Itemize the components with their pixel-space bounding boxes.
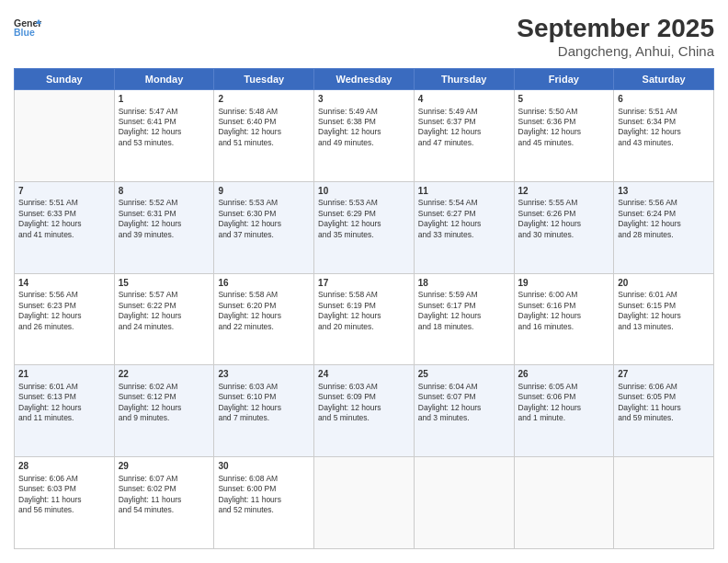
day-number: 11: [418, 185, 510, 198]
cell-content-line: Sunset: 6:05 PM: [618, 392, 710, 402]
calendar-cell: 30Sunrise: 6:08 AMSunset: 6:00 PMDayligh…: [214, 457, 314, 549]
day-number: 10: [318, 185, 410, 198]
cell-content-line: Sunset: 6:34 PM: [618, 117, 710, 127]
cell-content-line: Sunrise: 6:08 AM: [218, 474, 310, 484]
day-number: 4: [418, 93, 510, 106]
calendar-cell: 13Sunrise: 5:56 AMSunset: 6:24 PMDayligh…: [614, 181, 714, 273]
calendar-table: SundayMondayTuesdayWednesdayThursdayFrid…: [14, 68, 714, 549]
cell-content-line: Sunrise: 5:57 AM: [119, 290, 210, 300]
cell-content-line: and 11 minutes.: [18, 413, 110, 423]
weekday-header-tuesday: Tuesday: [214, 69, 314, 90]
calendar-cell: 18Sunrise: 5:59 AMSunset: 6:17 PMDayligh…: [414, 273, 514, 365]
calendar-cell: 14Sunrise: 5:56 AMSunset: 6:23 PMDayligh…: [15, 273, 115, 365]
day-number: 28: [18, 460, 110, 473]
day-number: 27: [618, 368, 710, 381]
day-number: 6: [618, 93, 710, 106]
cell-content-line: Sunset: 6:15 PM: [618, 301, 710, 311]
cell-content-line: and 47 minutes.: [418, 138, 510, 148]
cell-content-line: and 52 minutes.: [218, 505, 310, 515]
day-number: 30: [218, 460, 310, 473]
day-number: 13: [618, 185, 710, 198]
cell-content-line: and 13 minutes.: [618, 322, 710, 332]
day-number: 7: [18, 185, 110, 198]
title-block: September 2025 Dangcheng, Anhui, China: [517, 14, 714, 59]
cell-content-line: Sunrise: 5:53 AM: [218, 198, 310, 208]
cell-content-line: Sunset: 6:31 PM: [119, 209, 210, 219]
cell-content-line: Sunrise: 6:01 AM: [618, 290, 710, 300]
cell-content-line: Sunrise: 5:55 AM: [518, 198, 610, 208]
cell-content-line: Daylight: 12 hours: [318, 311, 410, 321]
cell-content-line: and 26 minutes.: [18, 322, 110, 332]
cell-content-line: Sunset: 6:06 PM: [518, 392, 610, 402]
cell-content-line: and 49 minutes.: [318, 138, 410, 148]
cell-content-line: Sunrise: 5:48 AM: [218, 107, 310, 117]
cell-content-line: Daylight: 12 hours: [18, 219, 110, 229]
cell-content-line: and 45 minutes.: [518, 138, 610, 148]
calendar-cell: 24Sunrise: 6:03 AMSunset: 6:09 PMDayligh…: [314, 365, 415, 457]
day-number: 15: [119, 277, 210, 290]
cell-content-line: Daylight: 12 hours: [119, 127, 210, 137]
day-number: 21: [18, 368, 110, 381]
header: General Blue September 2025 Dangcheng, A…: [14, 14, 714, 59]
cell-content-line: Sunrise: 5:59 AM: [418, 290, 510, 300]
calendar-cell: 27Sunrise: 6:06 AMSunset: 6:05 PMDayligh…: [614, 365, 714, 457]
cell-content-line: Sunrise: 5:54 AM: [418, 198, 510, 208]
cell-content-line: Sunset: 6:10 PM: [218, 392, 310, 402]
cell-content-line: Daylight: 12 hours: [618, 311, 710, 321]
calendar-cell: 22Sunrise: 6:02 AMSunset: 6:12 PMDayligh…: [114, 365, 214, 457]
cell-content-line: Sunrise: 6:01 AM: [18, 382, 110, 392]
calendar-cell: [414, 457, 514, 549]
cell-content-line: Daylight: 12 hours: [18, 311, 110, 321]
cell-content-line: Sunset: 6:40 PM: [218, 117, 310, 127]
day-number: 8: [119, 185, 210, 198]
day-number: 19: [518, 277, 610, 290]
cell-content-line: and 39 minutes.: [119, 230, 210, 240]
cell-content-line: Sunrise: 5:49 AM: [418, 107, 510, 117]
day-number: 17: [318, 277, 410, 290]
cell-content-line: Daylight: 12 hours: [518, 311, 610, 321]
day-number: 14: [18, 277, 110, 290]
day-number: 12: [518, 185, 610, 198]
cell-content-line: Daylight: 12 hours: [518, 127, 610, 137]
cell-content-line: Sunrise: 6:07 AM: [119, 474, 210, 484]
cell-content-line: and 37 minutes.: [218, 230, 310, 240]
day-number: 2: [218, 93, 310, 106]
cell-content-line: and 56 minutes.: [18, 505, 110, 515]
calendar-week-1: 1Sunrise: 5:47 AMSunset: 6:41 PMDaylight…: [15, 90, 714, 182]
cell-content-line: Sunrise: 5:56 AM: [618, 198, 710, 208]
cell-content-line: Daylight: 11 hours: [218, 495, 310, 505]
calendar-title: September 2025: [517, 14, 714, 43]
calendar-cell: 11Sunrise: 5:54 AMSunset: 6:27 PMDayligh…: [414, 181, 514, 273]
day-number: 20: [618, 277, 710, 290]
cell-content-line: Sunset: 6:13 PM: [18, 392, 110, 402]
weekday-header-sunday: Sunday: [15, 69, 115, 90]
cell-content-line: Daylight: 11 hours: [119, 495, 210, 505]
cell-content-line: and 35 minutes.: [318, 230, 410, 240]
calendar-cell: 29Sunrise: 6:07 AMSunset: 6:02 PMDayligh…: [114, 457, 214, 549]
cell-content-line: Sunset: 6:41 PM: [119, 117, 210, 127]
day-number: 18: [418, 277, 510, 290]
cell-content-line: and 3 minutes.: [418, 413, 510, 423]
cell-content-line: and 5 minutes.: [318, 413, 410, 423]
cell-content-line: Daylight: 11 hours: [618, 403, 710, 413]
calendar-cell: 12Sunrise: 5:55 AMSunset: 6:26 PMDayligh…: [514, 181, 614, 273]
calendar-cell: 25Sunrise: 6:04 AMSunset: 6:07 PMDayligh…: [414, 365, 514, 457]
day-number: 22: [119, 368, 210, 381]
calendar-subtitle: Dangcheng, Anhui, China: [517, 43, 714, 59]
cell-content-line: Sunrise: 6:03 AM: [318, 382, 410, 392]
day-number: 29: [119, 460, 210, 473]
cell-content-line: Sunset: 6:24 PM: [618, 209, 710, 219]
logo: General Blue: [14, 14, 41, 41]
weekday-header-saturday: Saturday: [614, 69, 714, 90]
cell-content-line: Sunset: 6:38 PM: [318, 117, 410, 127]
cell-content-line: and 22 minutes.: [218, 322, 310, 332]
cell-content-line: Sunset: 6:33 PM: [18, 209, 110, 219]
cell-content-line: Sunrise: 5:47 AM: [119, 107, 210, 117]
cell-content-line: and 7 minutes.: [218, 413, 310, 423]
cell-content-line: Sunrise: 6:03 AM: [218, 382, 310, 392]
day-number: 9: [218, 185, 310, 198]
cell-content-line: Sunrise: 5:52 AM: [119, 198, 210, 208]
calendar-cell: 16Sunrise: 5:58 AMSunset: 6:20 PMDayligh…: [214, 273, 314, 365]
svg-text:Blue: Blue: [14, 27, 35, 38]
cell-content-line: Daylight: 12 hours: [518, 403, 610, 413]
